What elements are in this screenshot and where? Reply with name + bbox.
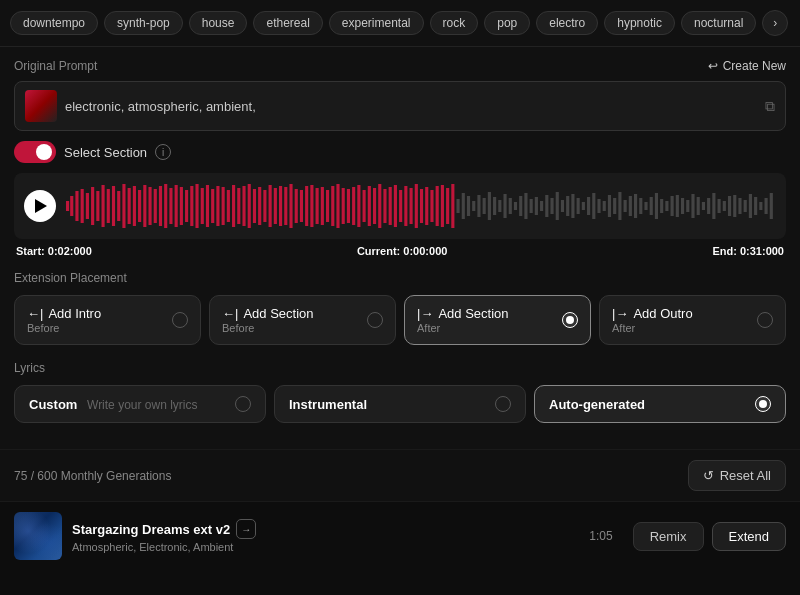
svg-rect-84 [503,194,506,218]
svg-rect-66 [410,188,413,224]
svg-rect-95 [561,200,564,212]
add-section-before-button[interactable]: ←| Add Section Before [209,295,396,345]
genre-next-button[interactable]: › [762,10,788,36]
svg-rect-52 [336,184,339,228]
svg-rect-130 [744,200,747,212]
add-section-after-button[interactable]: |→ Add Section After [404,295,591,345]
svg-rect-85 [509,198,512,214]
svg-rect-100 [587,197,590,215]
add-intro-before-button[interactable]: ←| Add Intro Before [14,295,201,345]
svg-rect-101 [592,193,595,219]
svg-rect-51 [331,186,334,226]
add-outro-after-title: |→ Add Outro [612,306,693,321]
svg-rect-57 [363,190,366,222]
svg-rect-91 [540,201,543,211]
svg-rect-110 [639,198,642,214]
svg-rect-39 [269,185,272,227]
svg-rect-2 [75,191,78,221]
svg-rect-87 [519,196,522,216]
waveform-display[interactable] [66,181,776,231]
copy-icon[interactable]: ⧉ [765,98,775,115]
svg-rect-112 [650,197,653,215]
svg-rect-94 [556,192,559,220]
svg-rect-34 [242,186,245,226]
add-outro-after-arrow: |→ [612,306,628,321]
svg-rect-6 [96,191,99,221]
svg-rect-116 [671,196,674,216]
add-outro-after-radio [757,312,773,328]
svg-rect-83 [498,200,501,212]
create-new-button[interactable]: ↩ Create New [708,59,786,73]
svg-rect-64 [399,190,402,222]
prompt-header-label: Original Prompt [14,59,97,73]
svg-rect-108 [629,196,632,216]
track-title-text: Stargazing Dreams ext v2 [72,522,230,537]
instrumental-button[interactable]: Instrumental [274,385,526,423]
main-panel: Original Prompt ↩ Create New electronic,… [0,47,800,449]
add-section-before-title: ←| Add Section [222,306,314,321]
prompt-header: Original Prompt ↩ Create New [14,59,786,73]
svg-rect-61 [383,189,386,223]
add-intro-before-title: ←| Add Intro [27,306,101,321]
svg-rect-28 [211,189,214,223]
svg-rect-4 [86,193,89,219]
svg-rect-14 [138,190,141,222]
svg-rect-104 [608,195,611,217]
extension-placement-label: Extension Placement [14,271,786,285]
waveform-container [14,173,786,239]
genre-tag-synth-pop[interactable]: synth-pop [104,11,183,35]
genre-tag-experimental[interactable]: experimental [329,11,424,35]
svg-rect-3 [81,189,84,223]
genre-tags-row: downtempo synth-pop house ethereal exper… [0,0,800,47]
genre-tag-downtempo[interactable]: downtempo [10,11,98,35]
svg-rect-7 [102,185,105,227]
svg-rect-30 [222,187,225,225]
reset-all-button[interactable]: ↺ Reset All [688,460,786,491]
svg-rect-99 [582,202,585,210]
auto-generated-button[interactable]: Auto-generated [534,385,786,423]
track-link-icon[interactable]: → [236,519,256,539]
prompt-thumbnail [25,90,57,122]
select-section-info-icon[interactable]: i [155,144,171,160]
custom-lyrics-button[interactable]: Custom Write your own lyrics [14,385,266,423]
remix-button[interactable]: Remix [633,522,704,551]
svg-rect-16 [148,187,151,225]
play-button[interactable] [24,190,56,222]
svg-rect-12 [128,188,131,224]
svg-rect-78 [472,201,475,211]
genre-tag-pop[interactable]: pop [484,11,530,35]
extend-button[interactable]: Extend [712,522,786,551]
svg-rect-18 [159,186,162,226]
svg-rect-79 [477,195,480,217]
svg-rect-89 [530,199,533,213]
track-duration: 1:05 [589,529,612,543]
svg-rect-128 [733,195,736,217]
svg-rect-127 [728,196,731,216]
svg-rect-25 [195,184,198,228]
add-section-after-radio [562,312,578,328]
svg-rect-70 [430,190,433,222]
svg-rect-119 [686,200,689,212]
genre-tag-electro[interactable]: electro [536,11,598,35]
svg-rect-115 [665,201,668,211]
add-outro-after-button[interactable]: |→ Add Outro After [599,295,786,345]
svg-rect-135 [770,193,773,219]
svg-rect-102 [597,199,600,213]
add-intro-before-sub: Before [27,322,59,334]
svg-rect-120 [691,194,694,218]
prompt-input-row: electronic, atmospheric, ambient, ⧉ [14,81,786,131]
svg-rect-10 [117,191,120,221]
svg-rect-33 [237,188,240,224]
genre-tag-rock[interactable]: rock [430,11,479,35]
svg-rect-5 [91,187,94,225]
genre-tag-hypnotic[interactable]: hypnotic [604,11,675,35]
svg-rect-48 [316,188,319,224]
track-title-row: Stargazing Dreams ext v2 → [72,519,579,539]
add-section-after-title: |→ Add Section [417,306,509,321]
svg-rect-106 [618,192,621,220]
genre-tag-house[interactable]: house [189,11,248,35]
select-section-toggle[interactable] [14,141,56,163]
lyrics-row: Custom Write your own lyrics Instrumenta… [14,385,786,423]
genre-tag-nocturnal[interactable]: nocturnal [681,11,756,35]
genre-tag-ethereal[interactable]: ethereal [253,11,322,35]
